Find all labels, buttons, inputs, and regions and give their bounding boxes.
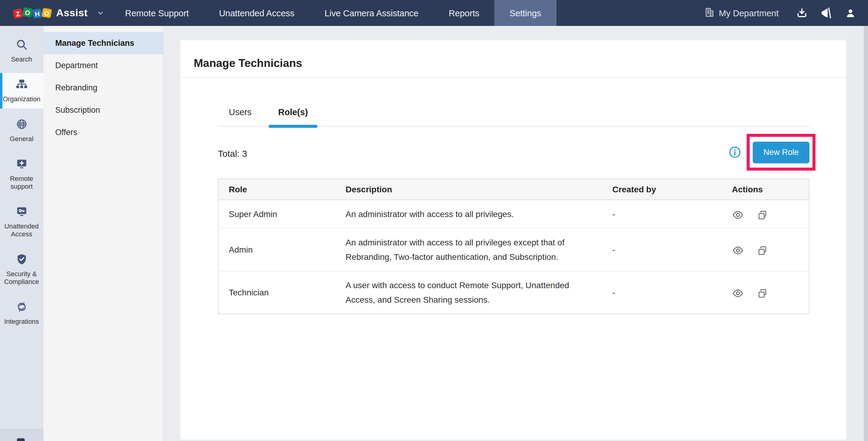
org-chart-icon	[16, 78, 28, 92]
shield-check-icon	[16, 253, 28, 267]
sidebar-footer	[0, 428, 43, 441]
column-header-description: Description	[335, 179, 602, 200]
role-name: Admin	[218, 229, 335, 271]
total-count: Total: 3	[218, 148, 247, 159]
roles-table: Role Description Created by Actions Supe…	[218, 179, 809, 314]
nav-item-live-camera-assistance[interactable]: Live Camera Assistance	[310, 0, 434, 26]
logo-letter: O	[42, 8, 52, 19]
nav-item-remote-support[interactable]: Remote Support	[110, 0, 204, 26]
top-navbar: Z O H O Assist Remote Support Unattended…	[0, 0, 868, 26]
partial-footer-icon	[17, 438, 25, 441]
sidebar-item-organization[interactable]: Organization	[0, 73, 43, 108]
product-name: Assist	[56, 7, 88, 19]
monitor-plus-icon	[16, 158, 28, 172]
monitor-key-icon	[16, 206, 28, 219]
sidebar-item-label: Unattended Access	[1, 223, 42, 238]
table-row: Super Admin An administrator with access…	[218, 200, 809, 229]
department-name: My Department	[719, 8, 779, 18]
row-actions	[722, 271, 809, 314]
department-selector[interactable]: My Department	[705, 7, 779, 19]
sidebar-item-general[interactable]: General	[0, 113, 43, 148]
download-icon[interactable]	[796, 7, 808, 19]
column-header-created-by: Created by	[602, 179, 722, 200]
sidebar-item-label: Remote support	[1, 175, 42, 191]
role-description: An administrator with access to all priv…	[335, 200, 602, 229]
globe-icon	[16, 118, 28, 132]
table-header-row: Role Description Created by Actions	[218, 179, 809, 200]
submenu-item-rebranding[interactable]: Rebranding	[43, 76, 163, 99]
submenu-item-department[interactable]: Department	[43, 54, 163, 76]
role-name: Super Admin	[218, 200, 335, 229]
main-content: Manage Technicians Users Role(s) Total: …	[163, 26, 846, 441]
copy-icon[interactable]	[757, 288, 768, 299]
navbar-right: My Department	[705, 0, 868, 26]
tab-bar: Users Role(s)	[218, 98, 809, 127]
nav-item-settings[interactable]: Settings	[494, 0, 556, 26]
megaphone-icon[interactable]	[820, 7, 832, 19]
sidebar-item-label: Search	[11, 56, 32, 63]
sidebar-item-remote-support[interactable]: Remote support	[0, 152, 43, 196]
role-description: A user with access to conduct Remote Sup…	[335, 271, 602, 314]
highlight-annotation: New Role	[747, 134, 815, 171]
nav-item-unattended-access[interactable]: Unattended Access	[204, 0, 310, 26]
copy-icon[interactable]	[757, 209, 768, 220]
sidebar-item-search[interactable]: Search	[0, 33, 43, 69]
page-title: Manage Technicians	[181, 48, 846, 78]
row-actions	[722, 200, 809, 229]
view-icon[interactable]	[732, 209, 743, 220]
building-icon	[705, 7, 715, 19]
manage-technicians-card: Manage Technicians Users Role(s) Total: …	[181, 40, 846, 439]
zoho-assist-logo[interactable]: Z O H O Assist	[0, 0, 104, 26]
table-row: Technician A user with access to conduct…	[218, 271, 809, 314]
sidebar-item-security-compliance[interactable]: Security & Compliance	[0, 248, 43, 291]
sidebar-item-integrations[interactable]: Integrations	[0, 296, 43, 331]
scrollbar-thumb[interactable]	[864, 26, 868, 441]
logo-letter: O	[22, 7, 33, 18]
submenu-item-subscription[interactable]: Subscription	[43, 99, 163, 121]
roles-toolbar: Total: 3 New Role	[218, 127, 809, 179]
created-by: -	[602, 229, 722, 271]
nav-item-reports[interactable]: Reports	[434, 0, 495, 26]
info-icon[interactable]	[728, 146, 741, 159]
role-name: Technician	[218, 271, 335, 314]
sidebar-item-unattended-access[interactable]: Unattended Access	[0, 200, 43, 243]
submenu-item-manage-technicians[interactable]: Manage Technicians	[43, 32, 163, 54]
sidebar-item-label: Integrations	[4, 318, 39, 326]
new-role-button[interactable]: New Role	[753, 141, 809, 163]
icon-sidebar: Search Organization	[0, 26, 43, 441]
sidebar-item-label: Organization	[3, 95, 40, 103]
tab-roles[interactable]: Role(s)	[269, 98, 317, 126]
app-window: Z O H O Assist Remote Support Unattended…	[0, 0, 868, 441]
logo-letter: H	[32, 8, 42, 19]
copy-icon[interactable]	[757, 245, 768, 256]
submenu-item-offers[interactable]: Offers	[43, 121, 163, 143]
column-header-actions: Actions	[722, 179, 809, 200]
primary-nav: Remote Support Unattended Access Live Ca…	[110, 0, 556, 26]
role-description: An administrator with access to all priv…	[335, 229, 602, 271]
account-icon[interactable]	[845, 7, 856, 19]
chevron-down-icon[interactable]	[97, 10, 104, 16]
search-icon	[16, 39, 28, 53]
sidebar-item-label: Security & Compliance	[1, 270, 42, 286]
view-icon[interactable]	[732, 287, 743, 299]
tab-users[interactable]: Users	[219, 98, 261, 126]
created-by: -	[602, 271, 722, 314]
row-actions	[722, 229, 809, 271]
created-by: -	[602, 200, 722, 229]
logo-letter: Z	[13, 8, 23, 19]
view-icon[interactable]	[732, 245, 743, 256]
zoho-logo-icon: Z O H O	[13, 8, 51, 18]
table-row: Admin An administrator with access to al…	[218, 229, 809, 271]
sync-arrows-icon	[15, 301, 28, 315]
scrollbar-track	[846, 26, 868, 441]
sidebar-item-label: General	[10, 135, 33, 143]
settings-submenu: Manage Technicians Department Rebranding…	[43, 26, 163, 441]
column-header-role: Role	[218, 179, 335, 200]
